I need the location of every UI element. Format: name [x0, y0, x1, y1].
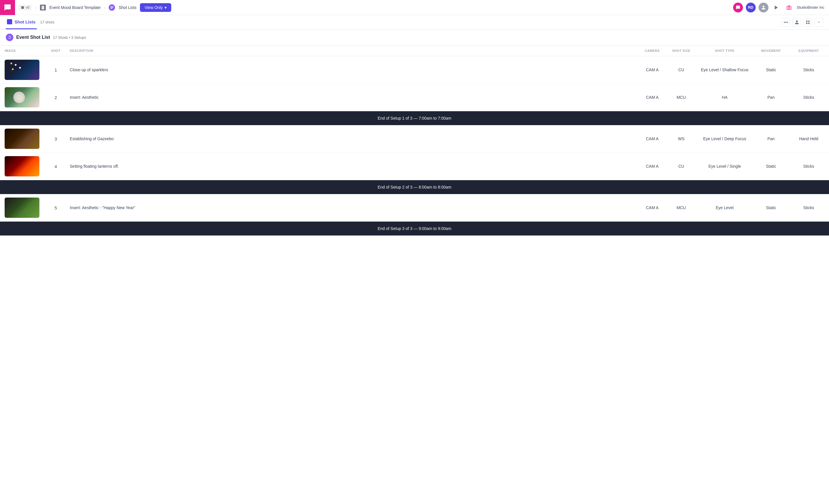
equipment-cell: Sticks [788, 153, 829, 180]
avatar-pink[interactable] [733, 3, 743, 12]
studio-binder-label: StudioBinder Inc [797, 5, 824, 9]
shot-description-cell: Close-up of sparklers [65, 56, 638, 84]
shot-number: 5 [55, 205, 57, 210]
version-badge[interactable]: v0 [19, 5, 32, 10]
top-navigation: v0 › Event Mood Board Template › Shot Li… [0, 0, 829, 15]
shot-camera: CAM A [646, 68, 659, 72]
shotlists-icon [109, 4, 115, 11]
shot-number-cell: 5 [46, 194, 65, 222]
shot-number-cell: 1 [46, 56, 65, 84]
movement-cell: Static [754, 56, 788, 84]
tab-icon [7, 19, 12, 24]
shot-type: HA [722, 95, 727, 100]
movement: Static [766, 205, 776, 210]
avatar-initials: RD [748, 5, 753, 9]
shot-image-cell [0, 56, 46, 84]
setup-separator-2: End of Setup 2 of 3 — 8:00am to 8:00am [0, 180, 829, 194]
header-movement: MOVEMENT [754, 45, 788, 56]
avatar-user[interactable] [759, 3, 768, 12]
shots-table-container: IMAGE SHOT DESCRIPTION CAMERA SHOT SIZE … [0, 45, 829, 235]
shot-description-cell: Insert: Aesthetic [65, 84, 638, 111]
shot-list-title: Event Shot List [16, 35, 50, 40]
shot-camera: CAM A [646, 164, 659, 168]
shot-size: CU [678, 164, 684, 168]
equipment: Sticks [803, 68, 814, 72]
shot-size-cell: WS [667, 125, 696, 153]
grid-view-button[interactable] [803, 18, 812, 27]
setup-separator-cell: End of Setup 3 of 3 — 9:00am to 9:00am [0, 222, 829, 236]
shot-image-cell [0, 125, 46, 153]
shot-size: WS [678, 137, 685, 141]
shots-table: IMAGE SHOT DESCRIPTION CAMERA SHOT SIZE … [0, 45, 829, 235]
doc-title: Event Mood Board Template [49, 5, 100, 10]
shot-number-cell: 2 [46, 84, 65, 111]
shot-image [5, 129, 39, 149]
shot-camera-cell: CAM A [638, 84, 667, 111]
shot-size: MCU [677, 95, 686, 100]
shot-image [5, 87, 39, 108]
shot-camera-cell: CAM A [638, 125, 667, 153]
svg-rect-0 [22, 6, 24, 9]
setup-separator-cell: End of Setup 1 of 3 — 7:00am to 7:00am [0, 111, 829, 125]
shots-count: 17 shots [40, 20, 55, 24]
doc-icon [40, 5, 46, 10]
shot-size-cell: MCU [667, 84, 696, 111]
chevron-down-button[interactable] [815, 18, 823, 27]
view-only-button[interactable]: View Only ▾ [140, 3, 171, 12]
shot-type-cell: Eye Level / Single [696, 153, 754, 180]
shot-number: 2 [55, 95, 57, 100]
flower-decoration [13, 91, 25, 103]
equipment: Sticks [803, 95, 814, 100]
header-description: DESCRIPTION [65, 45, 638, 56]
shot-list-header: Event Shot List 17 Shots • 3 Setups [0, 30, 829, 45]
shot-type-cell: HA [696, 84, 754, 111]
shot-description: Insert: Aesthetic [70, 95, 99, 100]
shot-camera: CAM A [646, 205, 659, 210]
shot-image [5, 198, 39, 218]
header-shot-type: SHOT TYPE [696, 45, 754, 56]
view-only-label: View Only [145, 5, 163, 10]
setup-separator-cell: End of Setup 2 of 3 — 8:00am to 8:00am [0, 180, 829, 194]
shot-description: Establishing of Gazeebo [70, 137, 114, 141]
equipment: Sticks [803, 205, 814, 210]
header-camera: CAMERA [638, 45, 667, 56]
shot-number-cell: 4 [46, 153, 65, 180]
movement-cell: Static [754, 194, 788, 222]
shot-size: MCU [677, 205, 686, 210]
shot-description: Insert: Aesthetic - "Happy New Year" [70, 205, 135, 210]
shot-camera-cell: CAM A [638, 153, 667, 180]
sparkle-decoration [10, 63, 12, 64]
movement-cell: Static [754, 153, 788, 180]
equipment-cell: Sticks [788, 84, 829, 111]
avatar-rd[interactable]: RD [746, 3, 756, 12]
app-icon[interactable] [0, 0, 15, 15]
equipment-cell: Sticks [788, 194, 829, 222]
camera-button[interactable] [784, 3, 794, 12]
more-options-button[interactable]: ••• [782, 18, 790, 27]
shot-size-cell: CU [667, 56, 696, 84]
version-label: v0 [26, 5, 30, 9]
svg-rect-8 [806, 21, 807, 22]
secondary-nav-right: ••• [782, 18, 823, 27]
user-view-button[interactable] [792, 18, 801, 27]
shot-image-cell [0, 153, 46, 180]
view-only-chevron: ▾ [165, 5, 167, 10]
table-row: 5 Insert: Aesthetic - "Happy New Year" C… [0, 194, 829, 222]
header-equipment: EQUIPMENT [788, 45, 829, 56]
svg-rect-11 [808, 23, 809, 24]
shot-type: Eye Level [716, 205, 733, 210]
svg-point-7 [788, 7, 790, 9]
table-row: 1 Close-up of sparklers CAM A CU Eye Lev… [0, 56, 829, 84]
shot-number: 4 [55, 164, 57, 169]
header-shot-size: SHOT SIZE [667, 45, 696, 56]
play-button[interactable] [771, 3, 781, 12]
movement-cell: Pan [754, 125, 788, 153]
shot-description-cell: Setting floating lanterns off. [65, 153, 638, 180]
shot-lists-tab[interactable]: Shot Lists [6, 15, 37, 29]
table-row: 2 Insert: Aesthetic CAM A MCU HA Pan [0, 84, 829, 111]
svg-marker-5 [774, 5, 778, 9]
shot-size-cell: MCU [667, 194, 696, 222]
shotlists-nav-label: Shot Lists [118, 5, 136, 10]
shot-camera-cell: CAM A [638, 56, 667, 84]
nav-right-section: RD StudioBinder Inc [733, 3, 824, 12]
